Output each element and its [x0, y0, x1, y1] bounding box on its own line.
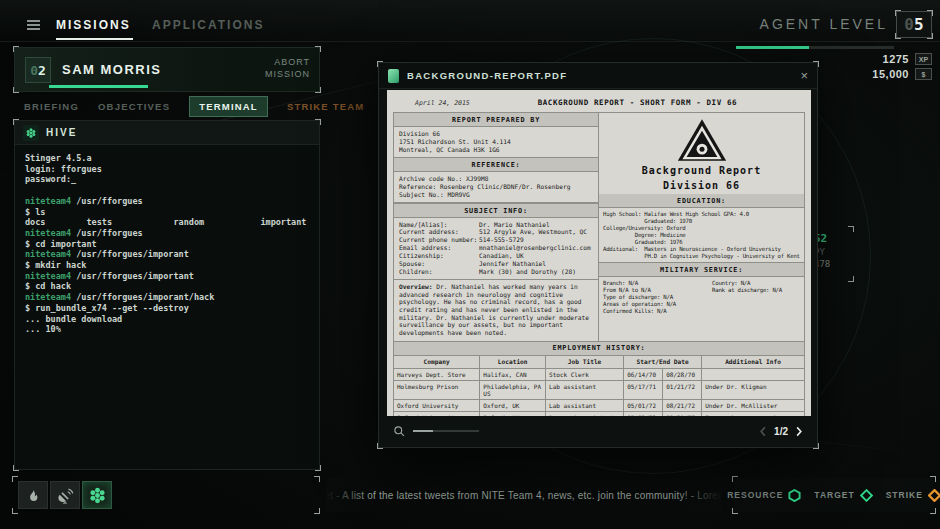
terminal-line: niteteam4 /usr/fforgues	[25, 196, 309, 207]
hexagon-icon	[788, 489, 801, 502]
document-icon	[388, 69, 399, 83]
hive-icon	[88, 486, 107, 505]
tab-strike-team[interactable]: STRIKE TEAM	[287, 101, 365, 112]
subject-info-row: Citizenship:Canadian, UK	[399, 252, 593, 260]
diamond-icon	[928, 489, 940, 502]
node-value: 52	[814, 232, 852, 245]
legend-resource: RESOURCE	[727, 489, 801, 502]
mission-tabs: BRIEFING OBJECTIVES TERMINAL STRIKE TEAM	[24, 96, 364, 117]
logo-title-line2: Division 66	[599, 180, 804, 192]
dock-item-flame[interactable]	[18, 481, 48, 509]
dock-item-satellite[interactable]	[50, 481, 80, 509]
tab-objectives[interactable]: OBJECTIVES	[98, 101, 170, 112]
section-header-prepared-by: REPORT PREPARED BY	[394, 113, 598, 127]
mission-name: SAM MORRIS	[62, 62, 162, 77]
menu-icon[interactable]	[27, 20, 40, 32]
close-icon[interactable]: ×	[800, 69, 808, 82]
agent-level-label: AGENT LEVEL	[760, 16, 888, 32]
overview-text: Dr. Nathaniel has worked many years in a…	[399, 283, 589, 336]
subject-info-row: Spouse:Jennifer Nathaniel	[399, 260, 593, 268]
pdf-title-bar[interactable]: BACKGROUND-REPORT.PDF ×	[379, 63, 817, 89]
xp-badge: XP	[915, 53, 932, 65]
flame-icon	[25, 487, 42, 504]
previous-page-icon[interactable]	[759, 426, 767, 437]
pdf-viewer-window: BACKGROUND-REPORT.PDF × April 24, 2015 B…	[378, 62, 818, 448]
terminal-panel: HIVE Stinger 4.5.alogin: fforguespasswor…	[14, 120, 320, 470]
document-date: April 24, 2015	[415, 99, 470, 107]
next-page-icon[interactable]	[795, 426, 803, 437]
terminal-line: niteteam4 /usr/fforgues/important	[25, 271, 309, 282]
diamond-icon	[860, 489, 873, 502]
xp-progress-bar	[736, 46, 894, 49]
pyramid-eye-logo	[677, 118, 727, 162]
zoom-slider[interactable]	[413, 430, 479, 432]
employment-history-table: CompanyLocationJob TitleStart/End DateAd…	[393, 356, 805, 416]
app-screen: MISSIONS APPLICATIONS AGENT LEVEL 05 127…	[0, 0, 940, 529]
legend-target: TARGET	[814, 489, 872, 502]
terminal-line: Stinger 4.5.a	[25, 153, 309, 164]
xp-progress-fill	[736, 46, 809, 49]
agent-level-ones: 5	[914, 15, 924, 34]
terminal-line: docs tests random important	[25, 217, 309, 228]
page-navigation: 1/2	[759, 426, 803, 437]
terminal-line: niteteam4 /usr/fforgues/imporant	[25, 249, 309, 260]
terminal-line: $ cd important	[25, 239, 309, 250]
terminal-line: niteteam4 /usr/fforgues/imporant/hack	[25, 292, 309, 303]
employment-table-body: Harveys Dept. StoreHalifax, CANStock Cle…	[394, 368, 805, 416]
terminal-line: $ ls	[25, 207, 309, 218]
document-title: BACKGROUND REPORT - SHORT FORM - DIV 66	[470, 98, 805, 107]
terminal-line: login: fforgues	[25, 164, 309, 175]
map-legend: RESOURCE TARGET STRIKE	[734, 478, 934, 512]
section-header-education: EDUCATION:	[599, 194, 804, 208]
subject-info-row: Current address:512 Argyle Ave, Westmoun…	[399, 228, 593, 236]
overview-box: Overview: Dr. Nathaniel has worked many …	[394, 280, 598, 341]
tab-terminal[interactable]: TERMINAL	[189, 96, 268, 117]
terminal-app-name: HIVE	[46, 127, 77, 138]
money-value: 15,000	[872, 68, 909, 80]
military-columns: Branch: N/A From N/A to N/A Type of disc…	[599, 277, 804, 317]
mission-card: 02 SAM MORRIS ABORT MISSION	[14, 47, 320, 92]
pdf-page: April 24, 2015 BACKGROUND REPORT - SHORT…	[387, 90, 811, 416]
employment-table-header: CompanyLocationJob TitleStart/End DateAd…	[394, 356, 805, 369]
ticker-text: et - A list of the latest tweets from NI…	[326, 490, 722, 501]
section-header-military: MILITARY SERVICE:	[599, 262, 804, 277]
employment-table-row: Harveys Dept. StoreHalifax, CANStock Cle…	[394, 368, 805, 380]
terminal-line: password:_	[25, 174, 309, 185]
abort-mission-button[interactable]: ABORT MISSION	[260, 56, 310, 80]
terminal-output[interactable]: Stinger 4.5.alogin: fforguespassword:_ n…	[15, 145, 319, 343]
page-indicator: 1/2	[774, 426, 788, 437]
pdf-toolbar: 1/2	[387, 415, 809, 447]
legend-strike: STRIKE	[886, 489, 940, 502]
xp-value: 1275	[883, 53, 909, 65]
money-badge: $	[915, 68, 932, 80]
dock-item-hive[interactable]	[82, 481, 112, 509]
satellite-dish-icon	[57, 487, 74, 504]
terminal-line: ... 10%	[25, 324, 309, 335]
terminal-line: niteteam4 /usr/fforgues	[25, 228, 309, 239]
money-row: 15,000 $	[872, 68, 932, 80]
section-header-employment: EMPLOYMENT HISTORY:	[393, 342, 805, 356]
subject-info-row: Name/[Alias]:Dr. Mario Nathaniel	[399, 221, 593, 229]
reference-lines: Archive code No.: XJ99M8 Reference: Rose…	[394, 172, 598, 203]
mission-number: 02	[25, 57, 51, 83]
tab-applications[interactable]: APPLICATIONS	[152, 18, 264, 32]
node-label: PY	[814, 247, 852, 257]
xp-row: 1275 XP	[883, 53, 932, 65]
news-ticker: et - A list of the latest tweets from NI…	[326, 478, 722, 512]
agent-level-tens: 0	[904, 15, 914, 34]
division-logo-block: Background Report Division 66	[599, 113, 804, 194]
zoom-magnifier-icon[interactable]	[393, 425, 406, 438]
military-left-lines: Branch: N/A From N/A to N/A Type of disc…	[599, 277, 708, 317]
document-header: April 24, 2015 BACKGROUND REPORT - SHORT…	[393, 98, 805, 107]
subject-info-row: Email address:mnathaniel@rosenbergclinic…	[399, 244, 593, 252]
overview-label: Overview:	[399, 283, 433, 290]
tab-briefing[interactable]: BRIEFING	[24, 101, 79, 112]
terminal-line: $ cd hack	[25, 281, 309, 292]
document-columns: REPORT PREPARED BY Division 66 1751 Rich…	[393, 112, 805, 342]
employment-table-row: Oxford UniversityOxford, UKLab assistant…	[394, 399, 805, 411]
section-header-reference: REFERENCE:	[394, 157, 598, 172]
section-header-subject-info: SUBJECT INFO:	[394, 203, 598, 218]
tab-missions[interactable]: MISSIONS	[56, 18, 131, 32]
pdf-window-title: BACKGROUND-REPORT.PDF	[407, 70, 567, 81]
military-right-lines: Country: N/A Rank at discharge: N/A	[708, 277, 804, 317]
